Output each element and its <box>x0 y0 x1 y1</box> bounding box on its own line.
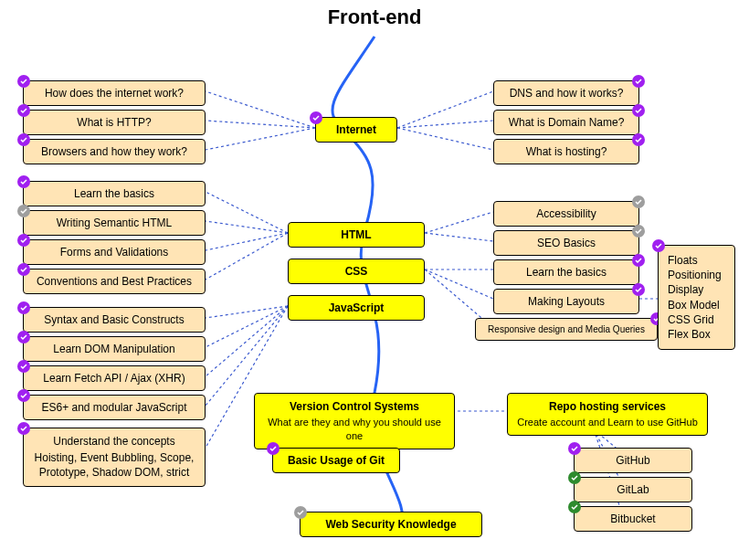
concepts-body: Hoisting, Event Bubbling, Scope, Prototy… <box>33 450 195 480</box>
leaf-js-es6[interactable]: ES6+ and modular JavaScript <box>23 395 206 420</box>
check-icon <box>568 501 581 513</box>
check-icon <box>632 225 645 238</box>
leaf-label: Learn the basics <box>74 187 154 200</box>
check-icon <box>632 283 645 296</box>
leaf-bitbucket[interactable]: Bitbucket <box>574 506 692 532</box>
check-icon <box>632 75 645 88</box>
node-label: CSS <box>345 265 368 278</box>
leaf-js-fetch[interactable]: Learn Fetch API / Ajax (XHR) <box>23 365 206 391</box>
leaf-label: Learn the basics <box>526 266 607 279</box>
leaf-label: How does the internet work? <box>45 87 184 100</box>
leaf-label: Forms and Validations <box>60 246 169 259</box>
node-git[interactable]: Basic Usage of Git <box>272 448 400 473</box>
svg-line-17 <box>206 306 288 376</box>
leaf-internet-how[interactable]: How does the internet work? <box>23 80 206 106</box>
node-internet[interactable]: Internet <box>315 117 397 143</box>
node-javascript[interactable]: JavaScript <box>288 295 425 321</box>
check-icon <box>17 331 30 343</box>
check-icon <box>294 506 307 519</box>
layout-item: Flex Box <box>668 327 725 342</box>
leaf-internet-dns[interactable]: DNS and how it works? <box>493 80 639 106</box>
svg-line-10 <box>425 212 493 233</box>
leaf-label: GitHub <box>616 454 649 467</box>
node-vcs[interactable]: Version Control Systems What are they an… <box>254 393 455 449</box>
node-label: Basic Usage of Git <box>288 454 385 467</box>
svg-line-8 <box>206 233 288 250</box>
svg-line-13 <box>425 269 493 299</box>
check-icon <box>17 263 30 276</box>
check-icon <box>632 254 645 267</box>
leaf-label: SEO Basics <box>537 237 596 249</box>
leaf-html-conventions[interactable]: Conventions and Best Practices <box>23 269 206 294</box>
svg-line-15 <box>206 306 288 318</box>
leaf-label: Syntax and Basic Constructs <box>44 313 184 326</box>
svg-line-5 <box>397 128 493 150</box>
leaf-internet-hosting[interactable]: What is hosting? <box>493 139 639 164</box>
layout-item: Positioning <box>668 268 725 282</box>
svg-line-9 <box>206 233 288 280</box>
svg-line-4 <box>397 121 493 128</box>
check-icon <box>652 239 665 252</box>
node-label: JavaScript <box>329 301 385 314</box>
leaf-html-forms[interactable]: Forms and Validations <box>23 239 206 265</box>
node-html[interactable]: HTML <box>288 222 425 248</box>
leaf-accessibility[interactable]: Accessibility <box>493 201 639 227</box>
leaf-label: Learn DOM Manipulation <box>53 343 174 355</box>
node-repo[interactable]: Repo hosting services Create account and… <box>507 393 708 436</box>
node-label: Repo hosting services <box>549 400 666 413</box>
leaf-js-concepts[interactable]: Understand the concepts Hoisting, Event … <box>23 428 206 487</box>
svg-line-11 <box>425 233 493 241</box>
check-icon <box>310 111 322 124</box>
check-icon <box>632 104 645 117</box>
leaf-js-dom[interactable]: Learn DOM Manipulation <box>23 336 206 362</box>
leaf-label: What is HTTP? <box>77 116 151 129</box>
check-icon <box>17 301 30 314</box>
svg-line-16 <box>206 306 288 347</box>
leaf-html-basics[interactable]: Learn the basics <box>23 181 206 206</box>
check-icon <box>568 471 581 484</box>
layout-item: Box Model <box>668 298 725 312</box>
leaf-label: Browsers and how they work? <box>41 145 187 158</box>
leaf-label: Conventions and Best Practices <box>37 275 192 288</box>
layout-item: Display <box>668 282 725 297</box>
leaf-label: GitLab <box>617 483 649 496</box>
leaf-layout-list[interactable]: Floats Positioning Display Box Model CSS… <box>658 245 735 350</box>
svg-line-1 <box>206 121 315 128</box>
leaf-html-semantic[interactable]: Writing Semantic HTML <box>23 210 206 236</box>
check-icon <box>267 442 280 455</box>
check-icon <box>17 104 30 117</box>
svg-line-18 <box>206 306 288 406</box>
leaf-github[interactable]: GitHub <box>574 448 692 473</box>
check-icon <box>17 175 30 188</box>
check-icon <box>17 75 30 88</box>
svg-line-0 <box>206 91 315 128</box>
node-websec[interactable]: Web Security Knowledge <box>300 512 482 537</box>
leaf-label: What is Domain Name? <box>509 116 625 129</box>
check-icon <box>17 205 30 217</box>
check-icon <box>17 133 30 146</box>
node-subtitle: Create account and Learn to use GitHub <box>517 416 698 429</box>
check-icon <box>632 133 645 146</box>
leaf-label: Responsive design and Media Queries <box>488 324 645 334</box>
leaf-label: ES6+ and modular JavaScript <box>41 401 186 414</box>
node-subtitle: What are they and why you should use one <box>264 416 445 443</box>
leaf-seo[interactable]: SEO Basics <box>493 230 639 256</box>
leaf-internet-domain[interactable]: What is Domain Name? <box>493 110 639 135</box>
check-icon <box>568 442 581 455</box>
leaf-internet-browsers[interactable]: Browsers and how they work? <box>23 139 206 164</box>
leaf-css-layouts[interactable]: Making Layouts <box>493 289 639 314</box>
node-label: Internet <box>336 123 376 136</box>
concepts-title: Understand the concepts <box>33 434 195 449</box>
svg-line-2 <box>206 128 315 150</box>
leaf-gitlab[interactable]: GitLab <box>574 477 692 502</box>
leaf-internet-http[interactable]: What is HTTP? <box>23 110 206 135</box>
leaf-css-basics[interactable]: Learn the basics <box>493 259 639 285</box>
node-label: Web Security Knowledge <box>325 518 456 531</box>
svg-line-3 <box>397 91 493 128</box>
check-icon <box>17 234 30 247</box>
leaf-js-syntax[interactable]: Syntax and Basic Constructs <box>23 307 206 333</box>
check-icon <box>17 422 30 435</box>
leaf-label: Accessibility <box>536 207 596 220</box>
node-css[interactable]: CSS <box>288 259 425 284</box>
leaf-css-responsive[interactable]: Responsive design and Media Queries <box>475 318 658 341</box>
